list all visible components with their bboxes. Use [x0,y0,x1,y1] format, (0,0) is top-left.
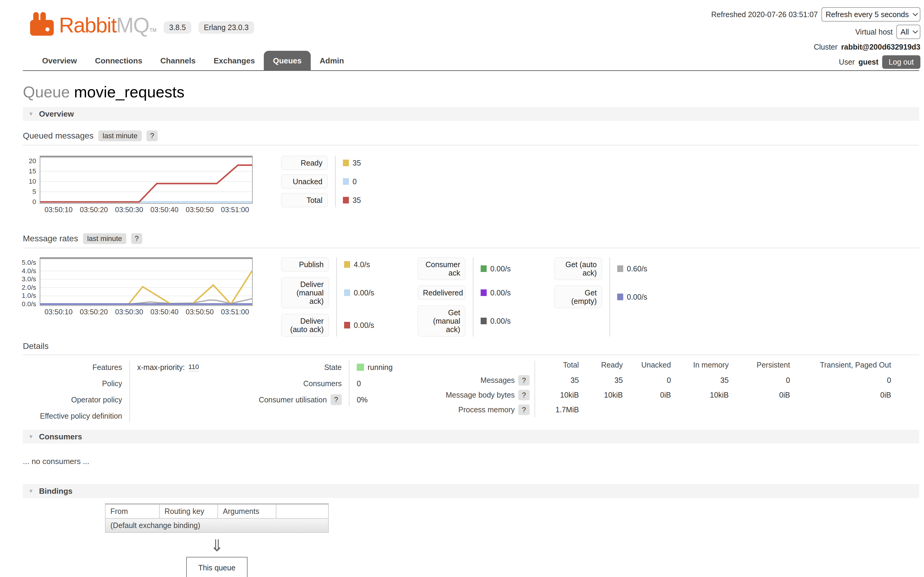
section-consumers[interactable]: ▼ Consumers [23,430,919,443]
legend-swatch [344,261,350,268]
details-state-group: State Consumers Consumer utilisation ? r… [252,361,429,406]
operator-policy-label: Operator policy [23,393,122,406]
legend-label: Redelivered [417,285,465,300]
stats-cell: 10kiB [579,388,623,402]
x-axis-tick: 03:51:00 [221,308,249,316]
stats-cell: 10kiB [671,388,729,402]
legend-value-row: 0.00/s [617,285,671,308]
legend-label: Total [281,193,328,207]
collapse-triangle-icon: ▼ [28,111,34,117]
stats-column-header: Transient, Paged Out [790,361,891,373]
bindings-content: FromRouting keyArguments(Default exchang… [23,503,411,577]
tab-queues[interactable]: Queues [264,51,310,71]
tab-exchanges[interactable]: Exchanges [205,51,264,71]
tab-admin[interactable]: Admin [311,51,353,71]
x-axis-tick: 03:50:10 [45,206,73,214]
cluster-name: rabbit@200d632919d3 [841,43,921,52]
queued-chart: 03:50:1003:50:2003:50:3003:50:4003:50:50… [40,156,253,215]
y-axis-tick: 5 [32,188,36,196]
legend-value: 0 [352,177,357,186]
stats-row-label: Messages? [446,373,535,388]
feature-arg: x-max-priority: 110 [137,361,252,374]
y-axis-tick: 0 [32,198,36,206]
y-axis-tick: 3.0/s [22,275,36,283]
y-axis-tick: 15 [29,168,36,175]
legend-divider [336,257,337,337]
stats-column-header: Total [535,361,579,373]
stats-cell: 0iB [790,388,891,402]
erlang-version-badge: Erlang 23.0.3 [199,21,254,34]
legend-value-row: 0 [343,174,361,189]
stats-cell: 10kiB [535,388,579,402]
x-axis-tick: 03:50:50 [186,308,213,316]
stats-cell [790,402,891,417]
rabbitmq-logo[interactable]: RabbitMQ TM 3.8.5 Erlang 23.0.3 [30,12,254,37]
queue-name: movie_requests [74,83,184,101]
divider [349,361,349,406]
this-queue-box: This queue [186,557,247,577]
y-axis-tick: 2.0/s [22,284,36,292]
x-axis-tick: 03:50:30 [115,206,143,214]
bindings-column-header: Arguments [218,504,276,518]
legend-value-row: 4.0/s [344,257,398,272]
rates-legend-group-2: Consumer ackRedeliveredGet (manual ack)0… [417,257,535,337]
page-title: Queuemovie_requests [23,83,919,101]
collapse-triangle-icon: ▼ [28,488,34,494]
help-icon[interactable]: ? [518,405,529,415]
logout-button[interactable]: Log out [882,55,921,69]
utilisation-label: Consumer utilisation ? [252,393,342,406]
rates-chart-legend: PublishDeliver (manual ack)Deliver (auto… [281,257,671,337]
stats-cell: 35 [671,373,729,388]
rabbitmq-logo-icon [30,12,59,37]
tab-channels[interactable]: Channels [151,51,205,71]
x-axis-tick: 03:50:50 [186,206,213,214]
legend-swatch [481,265,487,272]
message-rates-heading: Message rates last minute ? [23,233,919,248]
rates-legend-group-3: Get (auto ack)Get (empty)0.60/s0.00/s [554,257,671,337]
legend-value: 35 [352,196,361,205]
no-consumers-text: ... no consumers ... [23,457,919,466]
stats-row-label: Message body bytes? [446,388,535,402]
collapse-triangle-icon: ▼ [28,434,34,440]
legend-value: 0.00/s [627,293,647,301]
bindings-column-header: From [105,504,160,518]
rates-chart-y-axis: 5.0/s4.0/s3.0/s2.0/s1.0/s0.0/s [23,257,40,306]
legend-value: 0.00/s [490,317,511,326]
stats-cell: 0 [623,373,671,388]
legend-swatch [344,289,350,296]
help-icon[interactable]: ? [131,233,142,244]
stats-cell: 0 [790,373,891,388]
legend-label: Get (auto ack) [554,257,602,280]
tab-connections[interactable]: Connections [86,51,151,71]
legend-value: 0.00/s [354,321,374,330]
details-features-group: Features Policy Operator policy Effectiv… [23,361,252,422]
legend-divider [473,257,473,337]
rates-chart: 03:50:1003:50:2003:50:3003:50:4003:50:50… [40,257,253,318]
chart-range-badge[interactable]: last minute [99,131,142,141]
legend-value-row: 0.00/s [481,285,535,300]
help-icon[interactable]: ? [518,390,529,400]
help-icon[interactable]: ? [147,131,158,141]
section-bindings[interactable]: ▼ Bindings [23,484,919,498]
policy-label: Policy [23,377,122,390]
queued-messages-heading: Queued messages last minute ? [23,131,919,145]
vhost-select[interactable]: All [897,25,921,39]
x-axis-tick: 03:51:00 [221,206,249,214]
legend-value: 0.60/s [627,264,647,273]
section-overview[interactable]: ▼ Overview [23,107,919,121]
legend-divider [609,257,610,337]
help-icon[interactable]: ? [518,375,529,385]
tab-overview[interactable]: Overview [33,51,86,71]
stats-row-label: Process memory? [446,402,535,417]
legend-value-row: 0.00/s [481,305,535,337]
details-section: Features Policy Operator policy Effectiv… [23,361,919,422]
legend-swatch [343,160,349,166]
legend-divider [335,156,336,207]
stats-cell: 0iB [729,388,790,402]
refresh-interval-select[interactable]: Refresh every 5 seconds [821,7,921,22]
help-icon[interactable]: ? [331,394,342,405]
refreshed-text: Refreshed 2020-07-26 03:51:07 [711,10,818,19]
legend-label: Consumer ack [417,257,465,280]
main-content: Queuemovie_requests ▼ Overview Queued me… [23,83,919,577]
chart-range-badge[interactable]: last minute [83,233,126,244]
